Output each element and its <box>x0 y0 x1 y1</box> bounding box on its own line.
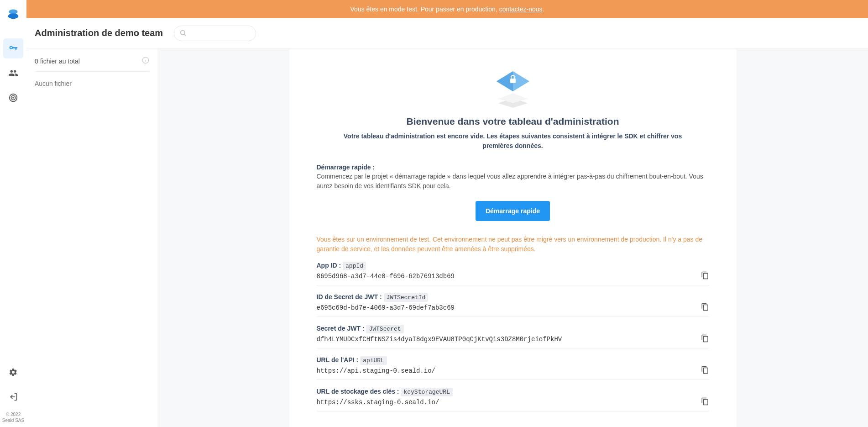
jwt-secret-id-label: ID de Secret de JWT : <box>317 293 384 300</box>
jwt-secret-value: dfh4LYMUDCxfCHftNSZis4dyaI8dgx9EVAU8TP0q… <box>317 336 562 343</box>
welcome-title: Bienvenue dans votre tableau d'administr… <box>407 116 619 127</box>
cred-jwt-secret-id: ID de Secret de JWT : JWTSecretId e695c6… <box>317 293 709 317</box>
nav-settings[interactable] <box>3 362 23 382</box>
info-icon[interactable] <box>142 57 149 66</box>
copy-key-storage-url-button[interactable] <box>701 397 709 407</box>
jwt-secret-id-value: e695c69d-bd7e-4069-a3d7-69def7ab3c69 <box>317 304 455 311</box>
cred-app-id: App ID : appId 8695d968-a3d7-44e0-f696-6… <box>317 261 709 285</box>
contact-us-link[interactable]: contactez-nous <box>499 5 543 13</box>
cred-key-storage-url: URL de stockage des clés : keyStorageURL… <box>317 387 709 411</box>
test-mode-banner: Vous êtes en mode test. Pour passer en p… <box>26 0 868 18</box>
cred-jwt-secret: Secret de JWT : JWTSecret dfh4LYMUDCxfCH… <box>317 324 709 348</box>
banner-text: Vous êtes en mode test. Pour passer en p… <box>350 5 499 13</box>
key-storage-url-value: https://ssks.staging-0.seald.io/ <box>317 399 439 406</box>
cred-api-url: URL de l'API : apiURL https://api.stagin… <box>317 356 709 380</box>
api-url-value: https://api.staging-0.seald.io/ <box>317 367 435 374</box>
svg-point-1 <box>8 13 19 19</box>
copyright: © 2022 Seald SAS <box>2 411 24 423</box>
key-storage-url-label: URL de stockage des clés : <box>317 388 401 395</box>
copy-jwt-secret-id-button[interactable] <box>701 303 709 313</box>
app-id-code: appId <box>343 262 366 270</box>
content-area: Bienvenue dans votre tableau d'administr… <box>157 48 868 427</box>
logo <box>7 7 20 20</box>
jwt-secret-code: JWTSecret <box>366 325 403 333</box>
welcome-subtitle: Votre tableau d'administration est encor… <box>335 132 691 151</box>
svg-rect-13 <box>510 79 516 83</box>
quickstart-body: Commencez par le projet « démarrage rapi… <box>317 172 709 191</box>
quickstart-button[interactable]: Démarrage rapide <box>476 201 550 221</box>
svg-point-4 <box>13 97 14 98</box>
quickstart-heading: Démarrage rapide : <box>317 163 709 171</box>
header: Administration de demo team <box>26 18 868 48</box>
app-id-value: 8695d968-a3d7-44e0-f696-62b76913db69 <box>317 273 455 280</box>
search-container <box>174 26 256 41</box>
search-icon <box>179 29 187 38</box>
jwt-secret-label: Secret de JWT : <box>317 325 366 332</box>
nav-logout[interactable] <box>3 387 23 407</box>
nav-activity[interactable] <box>3 88 23 108</box>
key-storage-url-code: keyStorageURL <box>401 388 452 396</box>
test-env-warning: Vous êtes sur un environnement de test. … <box>317 235 709 254</box>
hero-illustration <box>490 67 536 108</box>
copy-app-id-button[interactable] <box>701 271 709 281</box>
api-url-code: apiURL <box>360 356 387 365</box>
api-url-label: URL de l'API : <box>317 356 361 364</box>
jwt-secret-id-code: JWTSecretId <box>384 293 429 302</box>
page-title: Administration de demo team <box>35 28 163 38</box>
sidebar: © 2022 Seald SAS <box>0 0 26 427</box>
files-empty: Aucun fichier <box>35 72 149 95</box>
copy-api-url-button[interactable] <box>701 366 709 376</box>
files-total: 0 fichier au total <box>35 58 80 65</box>
nav-keys[interactable] <box>3 38 23 58</box>
files-panel: 0 fichier au total Aucun fichier <box>26 48 157 427</box>
welcome-card: Bienvenue dans votre tableau d'administr… <box>289 48 737 427</box>
app-id-label: App ID : <box>317 262 343 269</box>
nav-users[interactable] <box>3 63 23 83</box>
svg-point-5 <box>181 30 185 34</box>
copy-jwt-secret-button[interactable] <box>701 334 709 344</box>
